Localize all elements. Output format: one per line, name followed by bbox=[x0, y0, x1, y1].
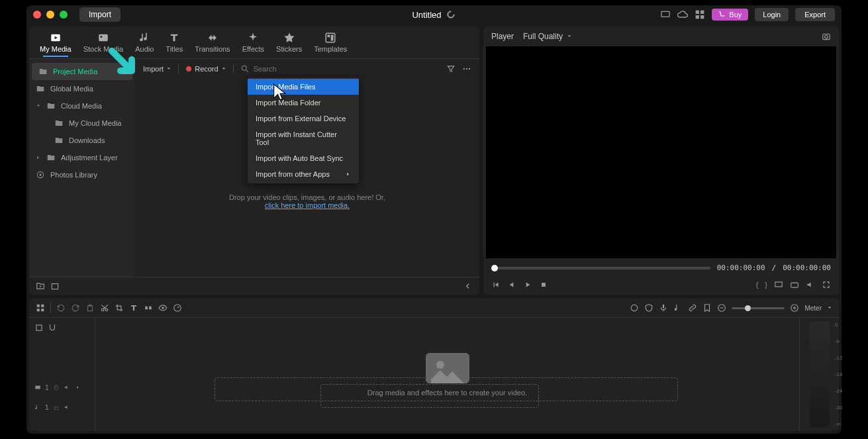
dd-import-media-files[interactable]: Import Media Files bbox=[248, 79, 359, 95]
timeline-tracks[interactable]: Drag media and effects here to create yo… bbox=[95, 318, 799, 431]
quality-selector[interactable]: Full Quality bbox=[523, 32, 572, 41]
import-button[interactable]: Import bbox=[79, 7, 121, 22]
sidebar-item-cloud-media[interactable]: Cloud Media bbox=[29, 97, 135, 115]
sidebar-item-downloads[interactable]: Downloads bbox=[29, 132, 135, 149]
music-icon[interactable] bbox=[673, 303, 683, 313]
record-dropdown-button[interactable]: Record bbox=[185, 65, 226, 73]
dd-import-other-apps[interactable]: Import from other Apps bbox=[248, 166, 359, 182]
play-back-icon[interactable] bbox=[507, 280, 516, 289]
grid-icon[interactable] bbox=[695, 9, 705, 20]
brace-open[interactable]: { bbox=[756, 281, 759, 289]
mic-icon[interactable] bbox=[659, 303, 668, 313]
video-track-header[interactable]: 1 bbox=[29, 377, 95, 397]
search-field[interactable] bbox=[240, 64, 440, 73]
mute-icon[interactable] bbox=[64, 384, 70, 391]
tab-templates[interactable]: Templates bbox=[309, 29, 352, 56]
camera-icon[interactable] bbox=[790, 280, 799, 289]
eye-icon[interactable] bbox=[74, 384, 81, 391]
collapse-sidebar-icon[interactable] bbox=[463, 281, 473, 291]
tab-transitions[interactable]: Transitions bbox=[189, 29, 235, 56]
dd-import-external-device[interactable]: Import from External Device bbox=[248, 111, 359, 126]
audio-track-header[interactable]: 1 bbox=[29, 397, 95, 417]
svg-rect-27 bbox=[37, 305, 40, 307]
text-icon[interactable] bbox=[129, 303, 138, 313]
zoom-out-icon[interactable] bbox=[717, 303, 726, 313]
speed-icon[interactable] bbox=[173, 303, 182, 313]
new-folder-icon[interactable] bbox=[36, 281, 45, 291]
tab-stickers[interactable]: Stickers bbox=[271, 29, 307, 56]
split-icon[interactable] bbox=[144, 303, 153, 313]
eye-icon[interactable] bbox=[158, 303, 168, 313]
zoom-in-icon[interactable] bbox=[790, 303, 799, 313]
meter-label[interactable]: Meter bbox=[804, 305, 822, 312]
more-icon[interactable] bbox=[462, 64, 471, 73]
mute-icon[interactable] bbox=[64, 404, 70, 411]
zoom-slider[interactable] bbox=[732, 307, 785, 309]
separator bbox=[50, 303, 51, 313]
tab-effects[interactable]: Effects bbox=[237, 29, 269, 56]
volume-icon[interactable] bbox=[806, 280, 815, 289]
layout-icon[interactable] bbox=[36, 303, 45, 313]
svg-point-50 bbox=[436, 361, 444, 369]
dd-import-auto-beat-sync[interactable]: Import with Auto Beat Sync bbox=[248, 150, 359, 166]
close-window[interactable] bbox=[33, 11, 41, 19]
fullscreen-icon[interactable] bbox=[822, 280, 831, 289]
dropzone-link[interactable]: click here to import media. bbox=[265, 201, 350, 209]
tools-row bbox=[29, 318, 95, 338]
track-number: 1 bbox=[45, 384, 49, 391]
sidebar-item-global-media[interactable]: Global Media bbox=[29, 80, 135, 97]
minimize-window[interactable] bbox=[46, 11, 54, 19]
dd-import-instant-cutter[interactable]: Import with Instant Cutter Tool bbox=[248, 126, 359, 150]
meter-scale: 0 -6 -12 -18 -24 -30 -∞ bbox=[835, 322, 843, 427]
sidebar-item-adjustment-layer[interactable]: Adjustment Layer bbox=[29, 149, 135, 166]
stickers-icon bbox=[282, 32, 297, 44]
svg-point-23 bbox=[825, 35, 828, 38]
zoom-thumb[interactable] bbox=[745, 305, 751, 311]
maximize-window[interactable] bbox=[60, 11, 68, 19]
scrub-track[interactable] bbox=[491, 267, 710, 269]
svg-point-13 bbox=[39, 173, 42, 176]
tab-my-media[interactable]: My Media bbox=[34, 29, 77, 56]
link-icon[interactable] bbox=[688, 303, 697, 313]
magnet-icon[interactable] bbox=[48, 323, 57, 332]
sidebar-item-my-cloud-media[interactable]: My Cloud Media bbox=[29, 115, 135, 132]
login-button[interactable]: Login bbox=[755, 8, 789, 21]
svg-point-19 bbox=[469, 68, 470, 70]
prev-frame-icon[interactable] bbox=[491, 280, 501, 289]
filter-icon[interactable] bbox=[446, 64, 456, 73]
new-bin-icon[interactable] bbox=[50, 281, 60, 291]
redo-icon[interactable] bbox=[71, 303, 80, 313]
svg-rect-3 bbox=[696, 15, 699, 19]
media-icon bbox=[48, 32, 63, 44]
screen-icon[interactable] bbox=[774, 280, 783, 289]
display-icon[interactable] bbox=[660, 9, 671, 20]
snapshot-icon[interactable] bbox=[822, 32, 831, 41]
brace-close[interactable]: } bbox=[765, 281, 767, 289]
tab-titles[interactable]: Titles bbox=[160, 29, 188, 56]
import-dropdown-button[interactable]: Import bbox=[143, 65, 171, 73]
sidebar-label: Downloads bbox=[69, 136, 105, 144]
sidebar-label: Project Media bbox=[53, 68, 97, 75]
stop-icon[interactable] bbox=[539, 280, 548, 289]
player-viewport[interactable] bbox=[486, 46, 836, 258]
scrub-thumb[interactable] bbox=[491, 265, 498, 271]
player-label: Player bbox=[491, 32, 514, 41]
export-button[interactable]: Export bbox=[795, 8, 835, 21]
marker-icon[interactable] bbox=[702, 303, 712, 313]
dd-import-media-folder[interactable]: Import Media Folder bbox=[248, 95, 359, 111]
cut-icon[interactable] bbox=[100, 303, 109, 313]
delete-icon[interactable] bbox=[85, 303, 95, 313]
undo-icon[interactable] bbox=[56, 303, 66, 313]
lock-icon[interactable] bbox=[53, 384, 60, 391]
buy-button[interactable]: Buy bbox=[712, 9, 748, 21]
play-icon[interactable] bbox=[523, 280, 532, 289]
sidebar-item-photos-library[interactable]: Photos Library bbox=[29, 166, 135, 183]
crop-icon[interactable] bbox=[115, 303, 124, 313]
select-tool-icon[interactable] bbox=[34, 323, 44, 332]
lock-icon[interactable] bbox=[53, 404, 60, 411]
quality-label: Full Quality bbox=[523, 32, 563, 41]
search-input[interactable] bbox=[254, 65, 440, 73]
shield-icon[interactable] bbox=[644, 303, 653, 313]
cloud-icon[interactable] bbox=[677, 9, 688, 20]
mixer-icon[interactable] bbox=[630, 303, 639, 313]
